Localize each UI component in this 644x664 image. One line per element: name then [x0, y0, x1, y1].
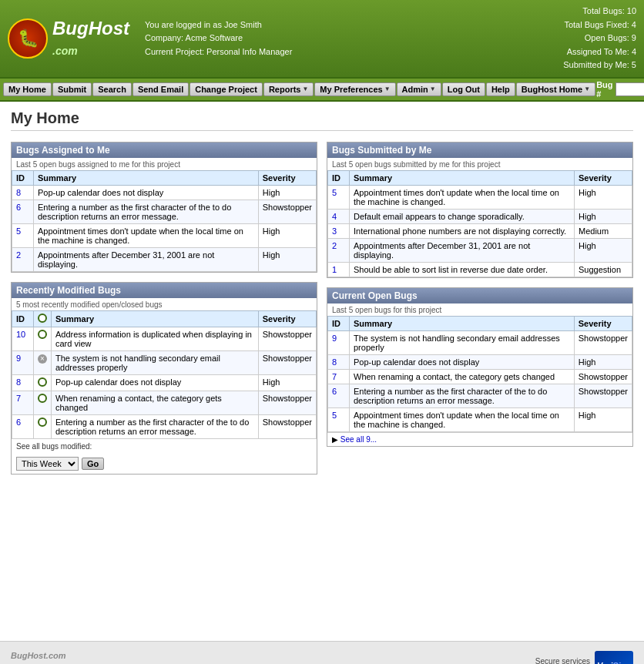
status-cell — [34, 374, 52, 391]
bug-id[interactable]: 5 — [12, 223, 34, 247]
nav-change-project[interactable]: Change Project — [190, 82, 263, 96]
table-row: 8 Pop-up calendar does not display High — [12, 185, 317, 200]
nav-submit[interactable]: Submit — [52, 82, 92, 96]
assigned-col-severity: Severity — [258, 170, 316, 185]
submitted-bugs-body: 5 Appointment times don't update when th… — [328, 185, 632, 277]
recent-col-status — [34, 310, 52, 327]
bug-id[interactable]: 8 — [12, 374, 34, 391]
nav-log-out[interactable]: Log Out — [442, 82, 485, 96]
closed-status-icon: × — [38, 354, 47, 364]
recent-col-summary: Summary — [52, 310, 259, 327]
bug-summary: Entering a number as the first character… — [34, 200, 259, 223]
nav-search[interactable]: Search — [92, 82, 132, 96]
bug-severity: Suggestion — [575, 262, 632, 277]
bug-summary: International phone numbers are not disp… — [350, 223, 575, 238]
bug-number-input[interactable] — [615, 82, 644, 96]
assigned-bugs-table: ID Summary Severity 8 Pop-up calendar do… — [12, 170, 317, 272]
table-row: 2 Appointments after December 31, 2001 a… — [12, 247, 317, 271]
table-row: 5 Appointment times don't update when th… — [328, 185, 632, 209]
nav-help[interactable]: Help — [486, 82, 515, 96]
user-info: You are logged in as Joe Smith Company: … — [145, 18, 563, 59]
assigned-col-id: ID — [12, 170, 34, 185]
bug-summary: Default email appears to change sporadic… — [350, 209, 575, 223]
current-open-section: Current Open Bugs Last 5 open bugs for t… — [327, 287, 633, 447]
assigned-col-summary: Summary — [34, 170, 259, 185]
table-row: 2 Appointments after December 31, 2001 a… — [328, 238, 632, 262]
admin-dropdown-arrow: ▼ — [430, 86, 436, 92]
assigned-bugs-header: Bugs Assigned to Me — [12, 143, 317, 158]
footer-right: Secure services provided by VeriSign™ Ve… — [512, 651, 633, 664]
table-row: 3 International phone numbers are not di… — [328, 223, 632, 238]
bug-id[interactable]: 6 — [12, 200, 34, 223]
bug-id[interactable]: 8 — [328, 354, 350, 369]
table-row: 5 Appointment times don't update when th… — [328, 407, 632, 431]
bug-id[interactable]: 2 — [12, 247, 34, 271]
bug-summary: The system is not handling secondary ema… — [52, 350, 259, 374]
bug-id[interactable]: 6 — [12, 414, 34, 438]
submitted-bugs-table: ID Summary Severity 5 Appointment times … — [327, 170, 632, 277]
bug-summary: Pop-up calendar does not display — [34, 185, 259, 200]
nav-bughost-home[interactable]: BugHost Home ▼ — [516, 82, 595, 96]
nav-my-preferences[interactable]: My Preferences ▼ — [314, 82, 395, 96]
verisign-logo: Secure services provided by VeriSign™ Ve… — [512, 651, 633, 664]
verisign-text: Secure services provided by VeriSign™ — [512, 657, 590, 664]
bug-severity: High — [258, 223, 316, 247]
bug-id[interactable]: 1 — [328, 262, 350, 277]
bug-summary: Appointment times don't update when the … — [350, 185, 575, 209]
nav-reports[interactable]: Reports ▼ — [263, 82, 314, 96]
see-all-label: See all bugs modified: — [16, 442, 92, 451]
logo-area: 🐛 BugHost .com — [8, 18, 129, 59]
bug-id[interactable]: 3 — [328, 223, 350, 238]
bug-id[interactable]: 6 — [328, 384, 350, 407]
bug-id[interactable]: 8 — [12, 185, 34, 200]
bug-id[interactable]: 9 — [328, 330, 350, 354]
left-column: Bugs Assigned to Me Last 5 open bugs ass… — [11, 142, 317, 484]
bug-summary: Address information is duplicated when d… — [52, 327, 259, 350]
open-status-icon — [38, 330, 47, 339]
bug-severity: Showstopper — [574, 369, 632, 384]
bug-summary: When renaming a contact, the category ge… — [52, 391, 259, 414]
bug-summary: Entering a number as the first character… — [52, 414, 259, 438]
table-row: 5 Appointment times don't update when th… — [12, 223, 317, 247]
bug-severity: High — [574, 407, 632, 431]
bug-summary: Should be able to sort list in reverse d… — [350, 262, 575, 277]
triangle-icon: ▶ — [332, 435, 338, 444]
nav-admin[interactable]: Admin ▼ — [397, 82, 441, 96]
bug-summary: Appointments after December 31, 2001 are… — [350, 238, 575, 262]
verisign-badge: VeriSign — [595, 651, 633, 664]
time-filter-select[interactable]: This Week Last Week This Month Last Mont… — [16, 457, 79, 471]
bug-id[interactable]: 10 — [12, 327, 34, 350]
go-button[interactable]: Go — [82, 458, 104, 470]
bug-icon: 🐛 — [8, 18, 48, 59]
page-content: My Home Bugs Assigned to Me Last 5 open … — [0, 102, 644, 641]
assigned-bugs-section: Bugs Assigned to Me Last 5 open bugs ass… — [11, 142, 317, 273]
submitted-bugs-header: Bugs Submitted by Me — [327, 143, 632, 158]
see-all-link[interactable]: See all 9... — [340, 435, 377, 444]
bug-id[interactable]: 9 — [12, 350, 34, 374]
nav-send-email[interactable]: Send Email — [132, 82, 189, 96]
status-cell — [34, 414, 52, 438]
bug-severity: Showstopper — [258, 414, 316, 438]
nav-my-home[interactable]: My Home — [3, 82, 52, 96]
stats-area: Total Bugs: 10 Total Bugs Fixed: 4 Open … — [563, 5, 636, 72]
bug-id[interactable]: 7 — [328, 369, 350, 384]
current-open-subtitle: Last 5 open bugs for this project — [327, 303, 632, 316]
bug-summary: When renaming a contact, the category ge… — [350, 369, 575, 384]
header: 🐛 BugHost .com You are logged in as Joe … — [0, 0, 644, 79]
footer: BugHost.com Bugs tracked with BugHost™, … — [0, 641, 644, 664]
bug-id[interactable]: 4 — [328, 209, 350, 223]
bug-label: Bug # — [596, 80, 612, 99]
recently-modified-table: ID Summary Severity 10 Address informati… — [12, 310, 317, 439]
right-column: Bugs Submitted by Me Last 5 open bugs su… — [327, 142, 633, 484]
preferences-dropdown-arrow: ▼ — [384, 86, 391, 92]
bug-severity: High — [574, 354, 632, 369]
submitted-col-summary: Summary — [350, 170, 575, 185]
bug-id[interactable]: 2 — [328, 238, 350, 262]
table-row: 9 × The system is not handling secondary… — [12, 350, 317, 374]
table-row: 4 Default email appears to change sporad… — [328, 209, 632, 223]
current-open-header: Current Open Bugs — [327, 288, 632, 303]
bug-search-area: Bug # ▶ — [596, 80, 644, 99]
bug-id[interactable]: 5 — [328, 185, 350, 209]
bug-id[interactable]: 7 — [12, 391, 34, 414]
bug-id[interactable]: 5 — [328, 407, 350, 431]
